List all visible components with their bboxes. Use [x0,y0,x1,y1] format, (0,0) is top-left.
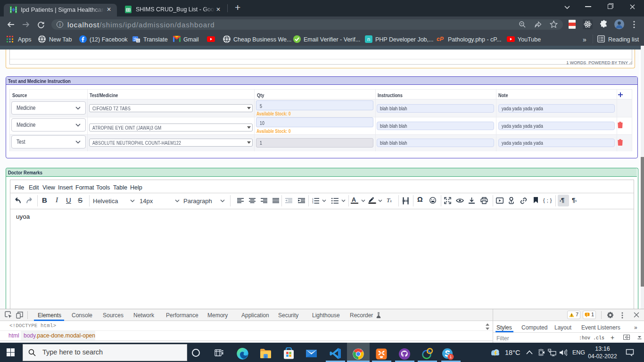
svg-text:3: 3 [312,202,314,204]
svg-text:G: G [137,39,139,42]
svg-text:1: 1 [449,354,452,359]
